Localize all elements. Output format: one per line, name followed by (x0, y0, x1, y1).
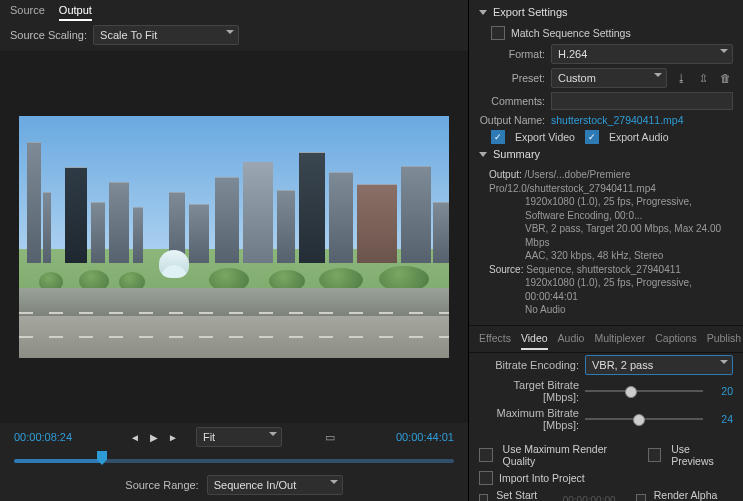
export-video-checkbox[interactable]: ✓ (491, 130, 505, 144)
comments-label: Comments: (479, 95, 545, 107)
source-scaling-select[interactable]: Scale To Fit (93, 25, 239, 45)
summary-source-l2: 1920x1080 (1.0), 25 fps, Progressive, 00… (525, 276, 733, 303)
output-name-label: Output Name: (479, 114, 545, 126)
export-settings-header[interactable]: Export Settings (469, 0, 743, 24)
use-max-render-checkbox[interactable] (479, 448, 493, 462)
summary-block: Output: /Users/...dobe/Premiere Pro/12.0… (469, 166, 743, 323)
export-settings-panel: Export Settings Match Sequence Settings … (469, 0, 743, 501)
max-bitrate-value[interactable]: 24 (709, 413, 733, 425)
source-range-select[interactable]: Sequence In/Out (207, 475, 343, 495)
summary-source-head: Source: (489, 264, 523, 275)
set-start-tc-checkbox[interactable] (479, 494, 488, 502)
summary-output-head: Output: (489, 169, 522, 180)
zoom-fit-select[interactable]: Fit (196, 427, 282, 447)
preset-select[interactable]: Custom (551, 68, 667, 88)
chevron-down-icon (720, 360, 728, 364)
import-into-project-label: Import Into Project (499, 472, 585, 484)
summary-source-l1: Sequence, shutterstock_27940411 (526, 264, 681, 275)
aspect-icon[interactable]: ▭ (322, 429, 338, 445)
preset-value: Custom (558, 72, 596, 84)
chevron-down-icon (330, 480, 338, 484)
render-alpha-label: Render Alpha Channel Only (654, 489, 733, 502)
transport-bar: 00:00:08:24 ◄ ▶ ► Fit ▭ 00:00:44:01 (0, 423, 468, 451)
zoom-fit-value: Fit (203, 431, 215, 443)
bitrate-encoding-select[interactable]: VBR, 2 pass (585, 355, 733, 375)
subtab-captions[interactable]: Captions (655, 332, 696, 350)
preview-area (0, 51, 468, 423)
format-select[interactable]: H.264 (551, 44, 733, 64)
render-alpha-checkbox[interactable] (636, 494, 645, 502)
preset-label: Preset: (479, 72, 545, 84)
current-timecode: 00:00:08:24 (14, 431, 72, 443)
delete-preset-icon[interactable]: 🗑 (717, 70, 733, 86)
chevron-down-icon (479, 152, 487, 157)
target-bitrate-value[interactable]: 20 (709, 385, 733, 397)
match-sequence-label: Match Sequence Settings (511, 27, 631, 39)
subtab-video[interactable]: Video (521, 332, 548, 350)
preview-tabs: Source Output (0, 0, 468, 21)
use-previews-label: Use Previews (671, 443, 733, 467)
chevron-down-icon (269, 432, 277, 436)
import-into-project-checkbox[interactable] (479, 471, 493, 485)
subtab-publish[interactable]: Publish (707, 332, 741, 350)
match-sequence-checkbox[interactable] (491, 26, 505, 40)
summary-output-l2: 1920x1080 (1.0), 25 fps, Progressive, So… (525, 195, 733, 222)
timeline[interactable] (14, 451, 454, 469)
export-audio-label: Export Audio (609, 131, 669, 143)
summary-output-l4: AAC, 320 kbps, 48 kHz, Stereo (525, 249, 663, 263)
next-frame-icon[interactable]: ► (168, 432, 178, 443)
source-scaling-label: Source Scaling: (10, 29, 87, 41)
max-bitrate-slider[interactable] (585, 412, 703, 426)
export-audio-checkbox[interactable]: ✓ (585, 130, 599, 144)
video-preview[interactable] (19, 116, 449, 358)
prev-frame-icon[interactable]: ◄ (130, 432, 140, 443)
bitrate-encoding-label: Bitrate Encoding: (479, 359, 579, 371)
source-range-label: Source Range: (125, 479, 198, 491)
tab-output[interactable]: Output (59, 4, 92, 21)
target-bitrate-label: Target Bitrate [Mbps]: (479, 379, 579, 403)
output-name-link[interactable]: shutterstock_27940411.mp4 (551, 114, 684, 126)
fountain (159, 250, 189, 278)
save-preset-icon[interactable]: ⭳ (673, 70, 689, 86)
preview-panel: Source Output Source Scaling: Scale To F… (0, 0, 469, 501)
bitrate-encoding-value: VBR, 2 pass (592, 359, 653, 371)
source-range-value: Sequence In/Out (214, 479, 297, 491)
chevron-down-icon (720, 49, 728, 53)
source-scaling-value: Scale To Fit (100, 29, 157, 41)
summary-header[interactable]: Summary (469, 146, 743, 166)
timeline-track (14, 459, 454, 463)
export-video-label: Export Video (515, 131, 575, 143)
settings-subtabs: Effects Video Audio Multiplexer Captions… (469, 325, 743, 353)
chevron-down-icon (654, 73, 662, 77)
set-start-tc-value: 00:00:00:00 (563, 495, 616, 501)
total-timecode: 00:00:44:01 (396, 431, 454, 443)
export-settings-title: Export Settings (493, 6, 568, 18)
summary-output-l3: VBR, 2 pass, Target 20.00 Mbps, Max 24.0… (525, 222, 733, 249)
chevron-down-icon (226, 30, 234, 34)
play-icon[interactable]: ▶ (150, 432, 158, 443)
format-value: H.264 (558, 48, 587, 60)
max-bitrate-label: Maximum Bitrate [Mbps]: (479, 407, 579, 431)
comments-input[interactable] (551, 92, 733, 110)
chevron-down-icon (479, 10, 487, 15)
use-max-render-label: Use Maximum Render Quality (503, 443, 638, 467)
subtab-effects[interactable]: Effects (479, 332, 511, 350)
subtab-multiplexer[interactable]: Multiplexer (594, 332, 645, 350)
tab-source[interactable]: Source (10, 4, 45, 21)
use-previews-checkbox[interactable] (648, 448, 662, 462)
summary-source-l3: No Audio (525, 303, 566, 317)
format-label: Format: (479, 48, 545, 60)
subtab-audio[interactable]: Audio (558, 332, 585, 350)
set-start-tc-label: Set Start Timecode (496, 489, 550, 502)
summary-title: Summary (493, 148, 540, 160)
import-preset-icon[interactable]: ⇫ (695, 70, 711, 86)
target-bitrate-slider[interactable] (585, 384, 703, 398)
